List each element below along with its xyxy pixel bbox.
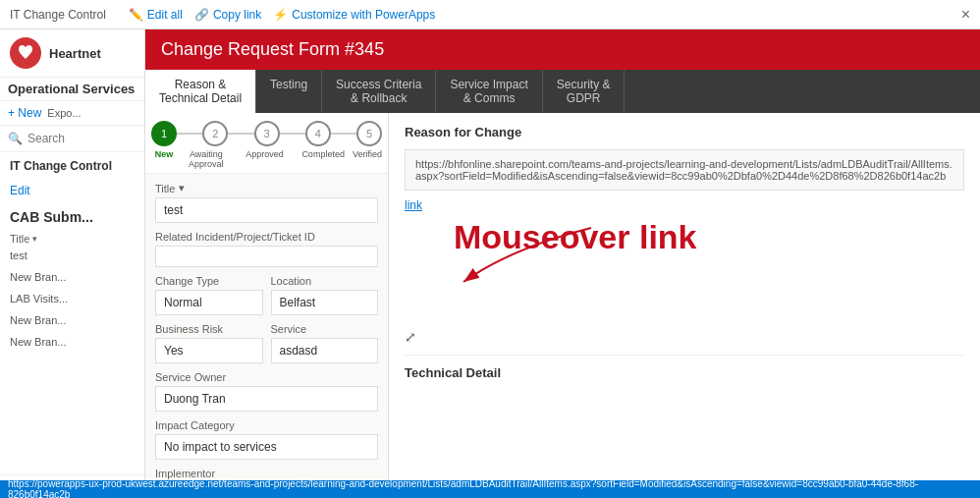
tab-security-gdpr[interactable]: Security &GDPR xyxy=(543,70,626,113)
service-label: Service xyxy=(271,323,379,335)
service-col: Service asdasd xyxy=(271,323,379,371)
step-connector-1 xyxy=(177,133,202,135)
close-button[interactable]: × xyxy=(961,6,970,24)
tab-success-criteria[interactable]: Success Criteria& Rollback xyxy=(322,70,436,113)
related-label: Related Incident/Project/Ticket ID xyxy=(155,231,378,243)
step-connector-4 xyxy=(331,133,356,135)
form-header: Change Request Form #345 xyxy=(145,29,980,70)
new-button[interactable]: + New xyxy=(8,106,41,120)
top-bar-actions: ✏️ Edit all 🔗 Copy link ⚡ Customize with… xyxy=(129,8,435,22)
sidebar-edit-link[interactable]: Edit xyxy=(0,180,144,201)
service-field[interactable]: asdasd xyxy=(271,338,379,363)
url-display: https://bhfonline.sharepoint.com/teams-a… xyxy=(405,149,964,191)
workflow-steps: 1 2 3 4 5 New AwaitingApproval Approved xyxy=(145,113,388,174)
title-chevron-icon: ▾ xyxy=(179,182,185,194)
location-col: Location Belfast xyxy=(271,275,379,323)
form-title: Change Request Form #345 xyxy=(161,39,384,59)
business-risk-label: Business Risk xyxy=(155,323,263,335)
tab-testing[interactable]: Testing xyxy=(256,70,322,113)
export-button[interactable]: Expo... xyxy=(47,107,81,119)
service-owner-label: Service Owner xyxy=(155,371,378,383)
search-input[interactable] xyxy=(27,132,136,145)
change-type-location-row: Change Type Normal Location Belfast xyxy=(155,275,378,323)
location-label: Location xyxy=(271,275,379,287)
change-type-label: Change Type xyxy=(155,275,263,287)
edit-all-button[interactable]: ✏️ Edit all xyxy=(129,8,183,22)
title-field[interactable]: test xyxy=(155,197,378,223)
mouseover-label: Mouseover link xyxy=(454,218,697,256)
tab-reason-technical[interactable]: Reason &Technical Detail xyxy=(145,70,256,113)
step-2-circle: 2 xyxy=(202,121,228,146)
copy-link-button[interactable]: 🔗 Copy link xyxy=(194,8,261,22)
related-field[interactable] xyxy=(155,246,378,267)
sidebar: Heartnet Operational Services + New Expo… xyxy=(0,29,145,498)
change-type-col: Change Type Normal xyxy=(155,275,263,323)
business-risk-service-row: Business Risk Yes Service asdasd xyxy=(155,323,378,371)
change-type-field[interactable]: Normal xyxy=(155,290,263,315)
step-connector-2 xyxy=(228,133,253,135)
step-5-circle: 5 xyxy=(356,121,382,146)
steps-row: 1 2 3 4 5 xyxy=(151,121,382,146)
step-connector-3 xyxy=(280,133,305,135)
technical-detail-title: Technical Detail xyxy=(405,365,964,380)
app-container: Heartnet Operational Services + New Expo… xyxy=(0,29,980,498)
list-item-new-bran-2[interactable]: New Bran... xyxy=(0,309,144,331)
search-icon: 🔍 xyxy=(8,132,23,145)
status-url: https://powerapps-ux-prod-ukwest.azureed… xyxy=(8,478,972,498)
form-left-panel: 1 2 3 4 5 New AwaitingApproval Approved xyxy=(145,113,389,498)
form-right-panel: Reason for Change https://bhfonline.shar… xyxy=(389,113,980,498)
expand-icon[interactable]: ⤢ xyxy=(405,329,964,345)
step-labels: New AwaitingApproval Approved Completed … xyxy=(151,149,382,169)
sidebar-logo: Heartnet xyxy=(0,29,144,78)
step-1-circle: 1 xyxy=(151,121,177,146)
step-3-circle: 3 xyxy=(254,121,280,146)
chevron-down-icon: ▾ xyxy=(32,234,37,244)
list-item-test[interactable]: test xyxy=(0,245,144,266)
logo-text: Heartnet xyxy=(49,46,101,61)
status-bar: https://powerapps-ux-prod-ukwest.azureed… xyxy=(0,480,980,498)
sidebar-search[interactable]: 🔍 xyxy=(0,126,144,152)
sidebar-app-title: Operational Services xyxy=(0,78,144,101)
step-1-label: New xyxy=(151,149,177,169)
edit-icon: ✏️ xyxy=(129,8,143,22)
customize-button[interactable]: ⚡ Customize with PowerApps xyxy=(273,8,435,22)
form-fields: Title ▾ test Related Incident/Project/Ti… xyxy=(145,174,388,498)
step-3-label: Approved xyxy=(236,149,295,169)
impact-category-label: Impact Category xyxy=(155,419,378,431)
tab-bar: Reason &Technical Detail Testing Success… xyxy=(145,70,980,113)
sidebar-item-it-change-control[interactable]: IT Change Control xyxy=(0,152,144,180)
business-risk-field[interactable]: Yes xyxy=(155,338,263,363)
sidebar-toolbar: + New Expo... xyxy=(0,101,144,126)
divider xyxy=(405,355,964,356)
step-4-circle: 4 xyxy=(305,121,331,146)
step-4-label: Completed xyxy=(294,149,353,169)
reason-section-title: Reason for Change xyxy=(405,125,964,139)
business-risk-col: Business Risk Yes xyxy=(155,323,263,371)
service-owner-field[interactable]: Duong Tran xyxy=(155,386,378,412)
form-body: 1 2 3 4 5 New AwaitingApproval Approved xyxy=(145,113,980,498)
list-item-lab-visits[interactable]: LAB Visits... xyxy=(0,288,144,309)
annotation-container: Mouseover link xyxy=(414,218,964,300)
sidebar-section-title: CAB Subm... xyxy=(0,201,144,229)
window-title: IT Change Control xyxy=(10,8,106,22)
title-label: Title ▾ xyxy=(155,182,378,194)
location-field[interactable]: Belfast xyxy=(271,290,379,315)
power-icon: ⚡ xyxy=(273,8,288,22)
window-top-bar: IT Change Control ✏️ Edit all 🔗 Copy lin… xyxy=(0,0,980,29)
step-2-label: AwaitingApproval xyxy=(177,149,236,169)
impact-category-field[interactable]: No impact to services xyxy=(155,434,378,460)
sidebar-title-filter: Title ▾ xyxy=(0,229,144,245)
logo-icon xyxy=(10,37,41,69)
step-5-label: Verified xyxy=(353,149,382,169)
list-item-new-bran-1[interactable]: New Bran... xyxy=(0,266,144,288)
link-icon: 🔗 xyxy=(194,8,209,22)
tab-service-impact[interactable]: Service Impact& Comms xyxy=(436,70,542,113)
link-anchor[interactable]: link xyxy=(405,198,964,212)
expand-section: ⤢ xyxy=(405,329,964,345)
list-item-new-bran-3[interactable]: New Bran... xyxy=(0,331,144,353)
main-content: Change Request Form #345 Reason &Technic… xyxy=(145,29,980,498)
